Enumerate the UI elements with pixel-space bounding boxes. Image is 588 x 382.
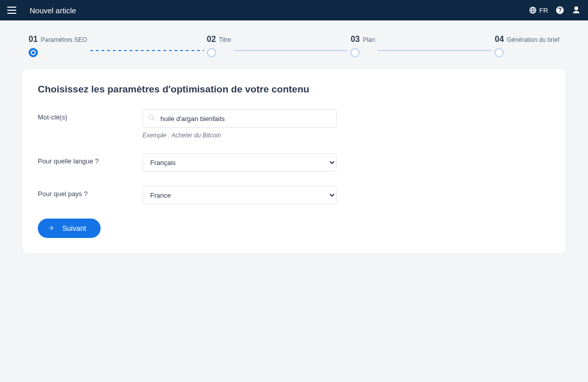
- step-dot-icon: [207, 48, 216, 57]
- next-button[interactable]: Suivant: [38, 219, 101, 238]
- country-select[interactable]: France: [143, 186, 337, 204]
- step-dot-icon: [495, 48, 504, 57]
- step-num: 03: [350, 35, 360, 44]
- step-line: [378, 50, 491, 51]
- language-code: FR: [539, 7, 548, 14]
- step-name: Titre: [219, 36, 231, 43]
- language-label: Pour quelle langue ?: [38, 153, 143, 165]
- language-select[interactable]: Français: [143, 153, 337, 172]
- keyword-label: Mot-clé(s): [38, 109, 143, 121]
- menu-icon[interactable]: [7, 5, 18, 16]
- step-brief[interactable]: 04 Génération du brief: [495, 35, 559, 57]
- step-num: 02: [207, 35, 216, 44]
- step-dot-icon: [350, 48, 360, 57]
- topbar: Nouvel article FR: [0, 0, 588, 20]
- step-line: [234, 50, 347, 51]
- language-switcher[interactable]: FR: [529, 6, 548, 14]
- step-plan[interactable]: 03 Plan: [350, 35, 375, 57]
- step-seo[interactable]: 01 Paramètres SEO: [29, 35, 87, 57]
- settings-card: Choisissez les paramètres d'optimisation…: [22, 69, 566, 253]
- arrow-right-icon: [47, 224, 54, 233]
- step-line: [90, 50, 204, 51]
- next-button-label: Suivant: [62, 224, 86, 232]
- keyword-help: Exemple : Acheter du Bitcoin: [143, 132, 337, 139]
- language-row: Pour quelle langue ? Français: [38, 153, 550, 172]
- step-dot-icon: [29, 48, 38, 57]
- search-icon: [148, 114, 155, 123]
- step-num: 04: [495, 35, 504, 44]
- page-title: Nouvel article: [30, 6, 76, 15]
- user-icon[interactable]: [572, 6, 581, 15]
- globe-icon: [529, 6, 537, 14]
- country-label: Pour quel pays ?: [38, 186, 143, 198]
- help-icon[interactable]: [555, 6, 565, 15]
- step-name: Plan: [363, 36, 375, 43]
- keyword-input[interactable]: [143, 109, 337, 128]
- stepper: 01 Paramètres SEO 02 Titre 03 Plan 04: [29, 35, 559, 57]
- step-name: Génération du brief: [507, 36, 559, 43]
- keyword-row: Mot-clé(s) Exemple : Acheter du Bitcoin: [38, 109, 550, 139]
- country-row: Pour quel pays ? France: [38, 186, 550, 204]
- step-name: Paramètres SEO: [41, 36, 87, 43]
- card-title: Choisissez les paramètres d'optimisation…: [38, 84, 550, 95]
- step-title[interactable]: 02 Titre: [207, 35, 231, 57]
- step-num: 01: [29, 35, 38, 44]
